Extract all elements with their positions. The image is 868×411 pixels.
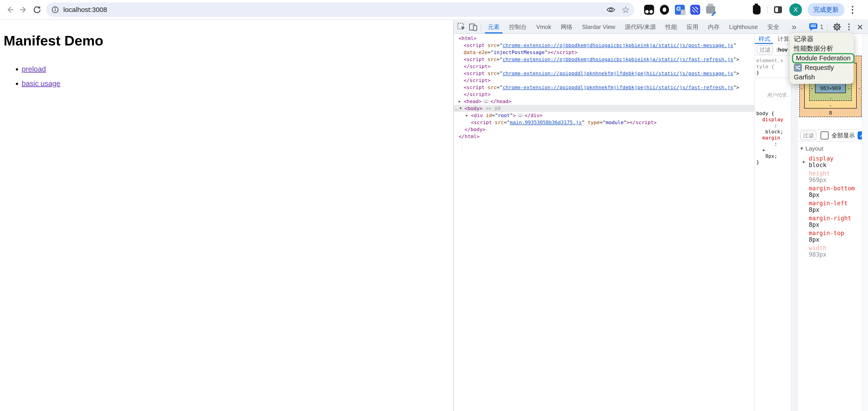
dom-tree-node[interactable]: </script> [454, 63, 754, 70]
dom-tree-node[interactable]: ▶<head>…</head> [454, 98, 754, 105]
menu-item-requestly[interactable]: Requestly [790, 63, 854, 72]
dom-tree-node[interactable]: <script src="chrome-extension://ojbbodke… [454, 42, 754, 49]
sidebar-split-handle[interactable] [791, 34, 798, 411]
code-token: src [485, 42, 497, 48]
devtools-tab-Vmok[interactable]: Vmok [531, 20, 556, 33]
reload-icon[interactable] [30, 3, 44, 17]
styles-filter-input[interactable]: 过滤 [757, 45, 773, 55]
back-icon[interactable] [3, 3, 17, 17]
devtools-tab-安全[interactable]: 安全 [763, 20, 784, 33]
devtools-tab-Lighthouse[interactable]: Lighthouse [724, 20, 763, 33]
issues-button[interactable]: 1 [809, 22, 824, 31]
pseudo-state-button[interactable]: :hov [776, 46, 788, 53]
settings-gear-icon[interactable] [831, 21, 843, 33]
devtools-tab-网络[interactable]: 网络 [556, 20, 577, 33]
dom-tree-node[interactable]: <script src="main.99353058b36d3175.js" t… [454, 119, 754, 126]
forward-icon[interactable] [17, 3, 30, 17]
computed-property[interactable]: margin-left8px [800, 200, 866, 213]
box-model-border-bottom[interactable]: - [829, 103, 832, 108]
dom-tree-node[interactable]: <script src="chrome-extension://ojbbodke… [454, 56, 754, 63]
box-model-value[interactable]: - [847, 86, 850, 91]
expand-arrow-closed[interactable]: ▶ [803, 158, 805, 165]
styles-sidebar-tab-计算[interactable]: 计算 [774, 34, 791, 44]
box-model-padding-bottom[interactable]: - [829, 95, 832, 101]
profile-avatar[interactable]: X [789, 3, 802, 16]
devtools-close-icon[interactable]: × [855, 22, 865, 31]
menu-item-记录器[interactable]: 记录器 [790, 34, 854, 44]
style-rule-line: : [756, 123, 790, 129]
requestly-extension-icon[interactable] [720, 4, 732, 15]
box-model-content[interactable]: 983×969 [815, 83, 846, 93]
site-info-icon[interactable] [51, 5, 60, 14]
computed-property[interactable]: margin-right8px [800, 215, 866, 228]
address-bar[interactable]: localhost:3008 ☆ [46, 2, 634, 17]
expand-arrow-open[interactable]: ▼ [460, 105, 462, 112]
dom-tree-node[interactable]: <script src="chrome-extension://poippddl… [454, 84, 754, 91]
flask-icon[interactable] [751, 4, 763, 15]
user-agent-rule[interactable]: 用户代理... body { display : block; margin :… [755, 78, 791, 167]
computed-property[interactable]: margin-top8px [800, 230, 866, 243]
expand-arrow-closed[interactable]: ▶ [466, 112, 468, 119]
expand-arrow-closed[interactable]: ▶ [459, 98, 461, 105]
extension-stripes-icon[interactable] [689, 4, 701, 15]
devtools-tab-元素[interactable]: 元素 [483, 20, 504, 33]
side-panel-icon[interactable] [772, 4, 784, 15]
box-model-value[interactable]: - [858, 86, 861, 91]
devtools-tab-Slardar View[interactable]: Slardar View [577, 20, 620, 33]
computed-property[interactable]: width983px [800, 245, 866, 258]
dom-tree-node[interactable]: </body> [454, 126, 754, 133]
dom-tree-node[interactable]: </html> [454, 133, 754, 140]
computed-property[interactable]: margin-bottom8px [800, 185, 866, 198]
dom-tree-node[interactable]: …▼<body> == $0 [454, 105, 754, 112]
extension-ring-icon[interactable] [658, 4, 670, 15]
code-token: </body> [465, 127, 486, 132]
devtools-tab-源代码/来源[interactable]: 源代码/来源 [620, 20, 660, 33]
devtools-tab-应用[interactable]: 应用 [682, 20, 703, 33]
translate-icon[interactable] [674, 4, 686, 15]
devtools-tab-性能[interactable]: 性能 [661, 20, 682, 33]
devtools-tab-控制台[interactable]: 控制台 [504, 20, 531, 33]
dom-tree-node[interactable]: <script src="chrome-extension://poippddl… [454, 70, 754, 77]
bookmark-star-icon[interactable]: ☆ [621, 5, 630, 14]
page-link[interactable]: basic usage [22, 80, 60, 88]
styles-sidebar-tab-样式[interactable]: 样式 [755, 34, 774, 44]
layout-group-header[interactable]: ▼ Layout [800, 145, 866, 152]
dom-tree-node[interactable]: </script> [454, 77, 754, 84]
menu-item-garfish[interactable]: Garfish [790, 72, 854, 82]
computed-filter-input[interactable]: 过滤 [800, 131, 816, 140]
devtools-menu-icon[interactable] [847, 22, 851, 32]
computed-property[interactable]: height969px [800, 170, 866, 183]
devtools-tab-内存[interactable]: 内存 [703, 20, 724, 33]
dom-tree-node[interactable]: data-e2e="injectPostMessage"></script> [454, 49, 754, 56]
menu-item-module-federation[interactable]: Module Federation [790, 53, 854, 63]
collapsed-children-icon[interactable]: … [517, 114, 523, 117]
code-token: =" [504, 120, 510, 125]
url-text[interactable]: localhost:3008 [63, 6, 606, 13]
more-tabs-icon[interactable]: » [788, 22, 800, 32]
print-annotate-icon[interactable] [705, 4, 716, 15]
show-all-checkbox[interactable] [820, 131, 829, 139]
style-rule-line: } [756, 159, 790, 165]
collapsed-children-icon[interactable]: … [483, 99, 489, 103]
issues-count: 1 [820, 23, 824, 31]
command-icon[interactable] [736, 4, 747, 15]
element-style-rule[interactable]: element.style {} [755, 56, 791, 78]
dom-tree-node[interactable]: ▶<div id="root">…</div> [454, 112, 754, 119]
device-toolbar-icon[interactable] [467, 21, 479, 33]
extension-dots-icon[interactable] [643, 4, 655, 15]
update-chrome-button[interactable]: 完成更新 [807, 3, 844, 16]
show-all-label: 全部显示 [831, 132, 855, 139]
box-model-margin-bottom[interactable]: 8 [829, 110, 832, 116]
inspect-element-icon[interactable] [456, 21, 467, 33]
box-model-value[interactable]: - [810, 86, 813, 91]
reading-mode-icon[interactable] [606, 5, 616, 14]
browser-menu-icon[interactable] [850, 4, 855, 15]
stylesheet-origin-label: 用户代理... [756, 92, 790, 98]
code-token: <script [471, 120, 492, 125]
dom-tree-node[interactable]: <html> [454, 35, 754, 42]
computed-property[interactable]: ▶displayblock [800, 155, 866, 168]
page-link[interactable]: preload [22, 65, 46, 73]
menu-item-性能数据分析[interactable]: 性能数据分析 [790, 44, 854, 53]
dom-tree-node[interactable]: </script> [454, 91, 754, 98]
box-model-value[interactable]: - [800, 86, 803, 91]
